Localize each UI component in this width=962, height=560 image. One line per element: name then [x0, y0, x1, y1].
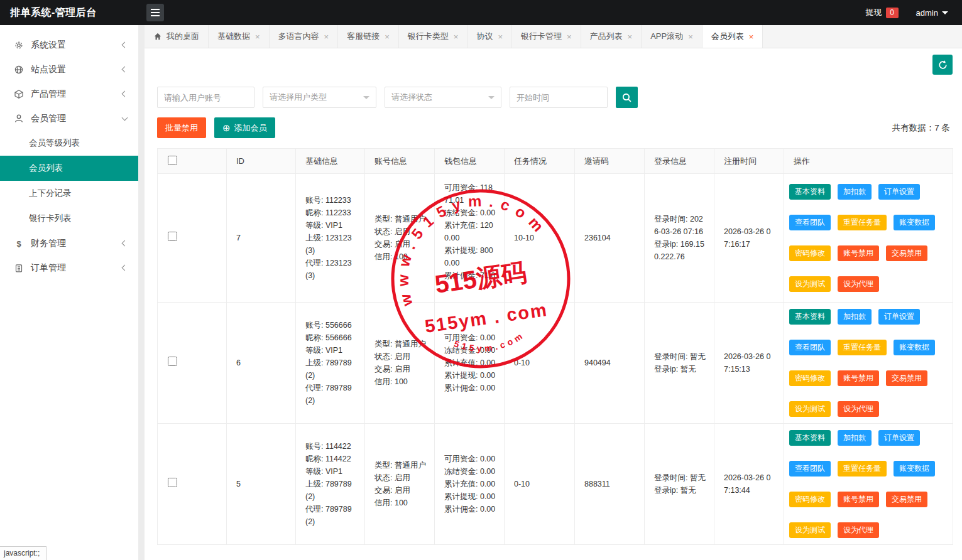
action-button[interactable]: 设为测试 [789, 522, 831, 538]
action-button[interactable]: 订单设置 [878, 309, 920, 325]
sidebar-subitem[interactable]: 银行卡列表 [0, 206, 138, 231]
batch-disable-button[interactable]: 批量禁用 [157, 117, 206, 138]
sidebar-subitem[interactable]: 会员等级列表 [0, 131, 138, 156]
action-button[interactable]: 账变数据 [894, 340, 935, 355]
action-button[interactable]: 查看团队 [789, 340, 831, 355]
tab-close-icon[interactable]: × [385, 32, 390, 41]
cell-basic-info: 账号: 112233昵称: 112233等级: VIP1上级: 123123 (… [296, 174, 365, 303]
gear-icon [14, 40, 24, 50]
cell-account-info: 类型: 普通用户状态: 启用交易: 启用信用: 100 [365, 303, 435, 424]
table-row: 7账号: 112233昵称: 112233等级: VIP1上级: 123123 … [158, 174, 953, 303]
content-panel: 请选择用户类型 请选择状态 批量禁用 ⊕ [145, 48, 962, 560]
column-header: 操作 [784, 149, 953, 174]
action-button[interactable]: 设为代理 [838, 276, 879, 292]
tab[interactable]: 会员列表× [702, 25, 763, 48]
sidebar-subitem[interactable]: 上下分记录 [0, 181, 138, 206]
action-button[interactable]: 密码修改 [789, 492, 831, 507]
add-member-button[interactable]: ⊕ 添加会员 [214, 117, 275, 138]
tab[interactable]: 客服链接× [338, 25, 399, 48]
tab-close-icon[interactable]: × [255, 32, 260, 41]
status-select-value: 请选择状态 [391, 92, 432, 103]
action-button[interactable]: 账变数据 [894, 215, 935, 230]
action-button[interactable]: 重置任务量 [838, 461, 887, 477]
cell-wallet-info: 可用资金: 0.00冻结资金: 0.00累计充值: 0.00累计提现: 0.00… [435, 303, 505, 424]
admin-dropdown[interactable]: admin [916, 8, 948, 18]
sidebar-item[interactable]: 系统设置 [0, 33, 138, 57]
tab[interactable]: APP滚动× [642, 25, 702, 48]
tab-label: 多语言内容 [278, 31, 319, 42]
status-select[interactable]: 请选择状态 [385, 87, 501, 108]
action-button[interactable]: 加扣款 [838, 309, 872, 325]
tab[interactable]: 协议× [467, 25, 512, 48]
sidebar-item[interactable]: $财务管理 [0, 231, 138, 256]
row-checkbox[interactable] [168, 478, 177, 487]
refresh-button[interactable] [932, 55, 953, 75]
tab[interactable]: 银行卡类型× [399, 25, 468, 48]
tab[interactable]: 银行卡管理× [512, 25, 581, 48]
action-button[interactable]: 订单设置 [878, 430, 920, 446]
row-checkbox[interactable] [168, 357, 177, 366]
sidebar-item[interactable]: 产品管理 [0, 82, 138, 106]
row-checkbox[interactable] [168, 232, 177, 241]
sidebar: 系统设置站点设置产品管理会员管理会员等级列表会员列表上下分记录银行卡列表$财务管… [0, 25, 138, 560]
tab[interactable]: 产品列表× [581, 25, 642, 48]
cell-task-status: 10-10 [505, 174, 575, 303]
action-button[interactable]: 基本资料 [789, 430, 831, 446]
sidebar-subitem[interactable]: 会员列表 [0, 156, 138, 181]
tab[interactable]: 基础数据× [209, 25, 270, 48]
tab-close-icon[interactable]: × [454, 32, 459, 41]
action-button[interactable]: 设为代理 [838, 522, 879, 538]
tab[interactable]: 我的桌面 [145, 25, 209, 48]
action-button[interactable]: 订单设置 [878, 184, 920, 200]
action-button[interactable]: 设为代理 [838, 401, 879, 417]
select-all-checkbox[interactable] [168, 156, 177, 165]
action-button[interactable]: 交易禁用 [886, 492, 927, 507]
hamburger-menu-button[interactable] [146, 4, 164, 21]
action-button[interactable]: 基本资料 [789, 309, 831, 325]
cell-checkbox [158, 174, 227, 303]
action-button[interactable]: 查看团队 [789, 461, 831, 477]
tab-close-icon[interactable]: × [749, 32, 754, 41]
cell-login-info: 登录时间: 暂无登录ip: 暂无 [645, 303, 714, 424]
select-all-cell [158, 149, 227, 174]
action-button[interactable]: 基本资料 [789, 184, 831, 200]
start-time-input[interactable] [510, 87, 608, 108]
action-button[interactable]: 账号禁用 [838, 245, 879, 261]
table-row: 6账号: 556666昵称: 556666等级: VIP1上级: 789789 … [158, 303, 953, 424]
cell-id: 6 [227, 303, 296, 424]
user-type-select[interactable]: 请选择用户类型 [263, 87, 376, 108]
action-button[interactable]: 密码修改 [789, 245, 831, 261]
sidebar-item[interactable]: 会员管理 [0, 106, 138, 131]
cell-wallet-info: 可用资金: 0.00冻结资金: 0.00累计充值: 0.00累计提现: 0.00… [435, 424, 505, 545]
account-input[interactable] [157, 87, 254, 108]
action-button[interactable]: 交易禁用 [886, 245, 927, 261]
action-button[interactable]: 账变数据 [894, 461, 935, 477]
action-button[interactable]: 交易禁用 [886, 370, 927, 386]
action-button[interactable]: 加扣款 [838, 184, 872, 200]
sidebar-item[interactable]: 站点设置 [0, 57, 138, 82]
action-button[interactable]: 重置任务量 [838, 340, 887, 355]
action-button[interactable]: 重置任务量 [838, 215, 887, 230]
action-button[interactable]: 账号禁用 [838, 492, 879, 507]
sidebar-item[interactable]: 订单管理 [0, 256, 138, 280]
action-button[interactable]: 查看团队 [789, 215, 831, 230]
action-button[interactable]: 设为测试 [789, 401, 831, 417]
search-button[interactable] [616, 87, 638, 108]
tab-close-icon[interactable]: × [324, 32, 329, 41]
action-button[interactable]: 密码修改 [789, 370, 831, 386]
column-header: 登录信息 [645, 149, 714, 174]
column-header: 邀请码 [575, 149, 645, 174]
tab-close-icon[interactable]: × [688, 32, 693, 41]
withdraw-link[interactable]: 提现 0 [866, 7, 899, 18]
tab[interactable]: 多语言内容× [270, 25, 339, 48]
tab-close-icon[interactable]: × [498, 32, 503, 41]
action-button[interactable]: 账号禁用 [838, 370, 879, 386]
tab-close-icon[interactable]: × [628, 32, 633, 41]
tab-label: 基础数据 [217, 31, 250, 42]
action-button[interactable]: 加扣款 [838, 430, 872, 446]
action-button[interactable]: 设为测试 [789, 276, 831, 292]
tab-close-icon[interactable]: × [567, 32, 572, 41]
main-area: 我的桌面基础数据×多语言内容×客服链接×银行卡类型×协议×银行卡管理×产品列表×… [138, 25, 962, 560]
status-bar: javascript:; [0, 546, 46, 560]
filter-bar: 请选择用户类型 请选择状态 [157, 87, 953, 108]
